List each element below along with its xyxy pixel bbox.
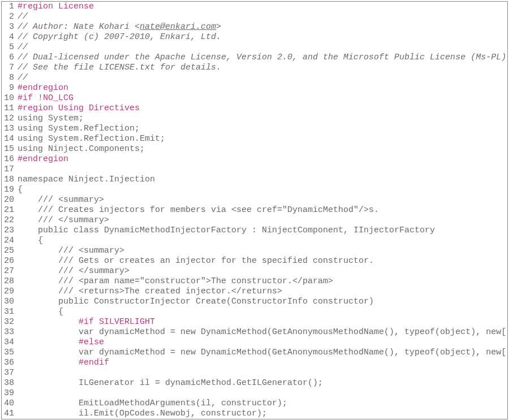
code-line: 26 /// Gets or creates an injector for t… xyxy=(2,256,507,266)
code-line: 33 var dynamicMethod = new DynamicMethod… xyxy=(2,327,507,337)
line-content: #if !NO_LCG xyxy=(18,93,74,103)
line-number: 2 xyxy=(2,12,18,22)
line-content: { xyxy=(18,307,63,317)
code-line: 34 #else xyxy=(2,337,507,348)
line-content: /// Gets or creates an injector for the … xyxy=(18,256,374,266)
line-number: 22 xyxy=(2,215,18,226)
line-number: 40 xyxy=(2,399,18,409)
code-line: 37 xyxy=(2,368,507,378)
line-number: 16 xyxy=(2,154,18,164)
code-line: 38 ILGenerator il = dynamicMethod.GetILG… xyxy=(2,378,507,388)
line-content: il.Emit(OpCodes.Newobj, constructor); xyxy=(18,409,267,419)
line-content: #if SILVERLIGHT xyxy=(18,317,155,327)
code-line: 30 public ConstructorInjector Create(Con… xyxy=(2,297,507,307)
code-line: 27 /// </summary> xyxy=(2,266,507,276)
line-content: var dynamicMethod = new DynamicMethod(Ge… xyxy=(18,327,508,337)
code-line: 23 public class DynamicMethodInjectorFac… xyxy=(2,226,507,236)
code-line: 21 /// Creates injectors for members via… xyxy=(2,205,507,215)
line-content: using System.Reflection; xyxy=(18,124,140,134)
line-content: // Copyright (c) 2007-2010, Enkari, Ltd. xyxy=(18,32,221,42)
line-content: #else xyxy=(18,337,104,348)
line-content: /// <summary> xyxy=(18,195,104,205)
code-line: 10#if !NO_LCG xyxy=(2,93,507,103)
line-content: public ConstructorInjector Create(Constr… xyxy=(18,297,374,307)
line-number: 25 xyxy=(2,246,18,256)
line-content: // Dual-licensed under the Apache Licens… xyxy=(18,53,508,63)
line-number: 39 xyxy=(2,388,18,399)
line-content: // xyxy=(18,12,28,22)
line-number: 9 xyxy=(2,83,18,93)
line-number: 15 xyxy=(2,144,18,154)
line-number: 10 xyxy=(2,93,18,103)
line-number: 26 xyxy=(2,256,18,266)
line-content: /// </summary> xyxy=(18,266,130,276)
code-viewer: 1#region License2//3// Author: Nate Koha… xyxy=(1,1,508,419)
line-number: 11 xyxy=(2,103,18,114)
line-number: 24 xyxy=(2,236,18,246)
line-number: 27 xyxy=(2,266,18,276)
line-number: 37 xyxy=(2,368,18,378)
line-number: 5 xyxy=(2,42,18,53)
code-line: 29 /// <returns>The created injector.</r… xyxy=(2,287,507,297)
code-line: 24 { xyxy=(2,236,507,246)
line-number: 8 xyxy=(2,73,18,83)
line-content: #endregion xyxy=(18,154,68,164)
line-number: 14 xyxy=(2,134,18,144)
line-number: 23 xyxy=(2,226,18,236)
line-content: using System.Reflection.Emit; xyxy=(18,134,165,144)
line-number: 12 xyxy=(2,114,18,124)
code-line: 36 #endif xyxy=(2,358,507,368)
code-line: 41 il.Emit(OpCodes.Newobj, constructor); xyxy=(2,409,507,419)
line-number: 33 xyxy=(2,327,18,337)
code-line: 6// Dual-licensed under the Apache Licen… xyxy=(2,53,507,63)
code-line: 31 { xyxy=(2,307,507,317)
line-content: namespace Ninject.Injection xyxy=(18,175,155,185)
line-content: public class DynamicMethodInjectorFactor… xyxy=(18,226,435,236)
code-line: 16#endregion xyxy=(2,154,507,164)
code-line: 35 var dynamicMethod = new DynamicMethod… xyxy=(2,348,507,358)
code-line: 9#endregion xyxy=(2,83,507,93)
code-line: 3// Author: Nate Kohari <nate@enkari.com… xyxy=(2,22,507,32)
code-line: 32 #if SILVERLIGHT xyxy=(2,317,507,327)
code-line: 40 EmitLoadMethodArguments(il, construct… xyxy=(2,399,507,409)
code-line: 12using System; xyxy=(2,114,507,124)
code-line: 7// See the file LICENSE.txt for details… xyxy=(2,63,507,73)
line-number: 3 xyxy=(2,22,18,32)
code-line: 8// xyxy=(2,73,507,83)
code-line: 11#region Using Directives xyxy=(2,103,507,114)
line-number: 7 xyxy=(2,63,18,73)
code-line: 22 /// </summary> xyxy=(2,215,507,226)
line-content: // See the file LICENSE.txt for details. xyxy=(18,63,221,73)
line-number: 28 xyxy=(2,276,18,287)
line-number: 19 xyxy=(2,185,18,195)
line-number: 1 xyxy=(2,2,18,12)
line-content: using System; xyxy=(18,114,84,124)
code-line: 39 xyxy=(2,388,507,399)
code-line: 20 /// <summary> xyxy=(2,195,507,205)
code-line: 17 xyxy=(2,164,507,175)
code-line: 4// Copyright (c) 2007-2010, Enkari, Ltd… xyxy=(2,32,507,42)
line-content: #region License xyxy=(18,2,94,12)
line-content: #endif xyxy=(18,358,109,368)
line-content: { xyxy=(18,236,43,246)
line-content: #endregion xyxy=(18,83,68,93)
line-content: /// <param name="constructor">The constr… xyxy=(18,276,333,287)
line-content: { xyxy=(18,185,23,195)
line-content: using Ninject.Components; xyxy=(18,144,145,154)
line-number: 41 xyxy=(2,409,18,419)
line-number: 20 xyxy=(2,195,18,205)
code-line: 25 /// <summary> xyxy=(2,246,507,256)
line-content: /// </summary> xyxy=(18,215,109,226)
code-line: 2// xyxy=(2,12,507,22)
line-number: 29 xyxy=(2,287,18,297)
code-line: 5// xyxy=(2,42,507,53)
code-line: 14using System.Reflection.Emit; xyxy=(2,134,507,144)
line-number: 17 xyxy=(2,164,18,175)
line-content: /// Creates injectors for members via <s… xyxy=(18,205,379,215)
code-line: 15using Ninject.Components; xyxy=(2,144,507,154)
code-line: 13using System.Reflection; xyxy=(2,124,507,134)
line-content: // xyxy=(18,73,28,83)
line-content: var dynamicMethod = new DynamicMethod(Ge… xyxy=(18,348,508,358)
line-content: // xyxy=(18,42,28,53)
line-number: 32 xyxy=(2,317,18,327)
